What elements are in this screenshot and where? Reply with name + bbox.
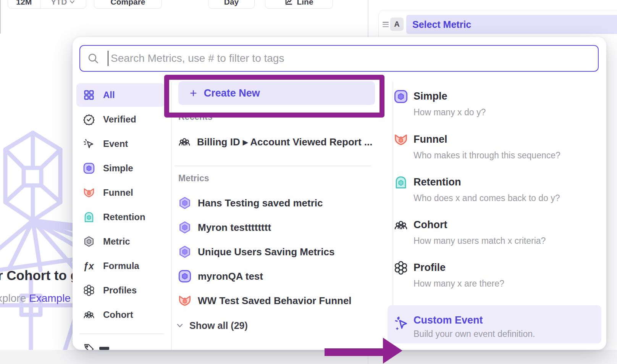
sidebar-item-label: Cohort bbox=[103, 309, 133, 320]
chevron-down-icon bbox=[176, 321, 184, 330]
type-desc: Who makes it through this sequence? bbox=[413, 150, 560, 161]
chevron-down-icon bbox=[69, 0, 75, 5]
sidebar-item-label: Retention bbox=[103, 212, 145, 222]
metric-item-label: myronQA test bbox=[198, 271, 263, 282]
type-desc: Build your own event definition. bbox=[413, 329, 535, 339]
sidebar-item-label: Verified bbox=[103, 114, 136, 125]
retention-metric-icon bbox=[83, 211, 95, 223]
profiles-flower-icon bbox=[394, 261, 408, 276]
recent-item-label: Billing ID ▸ Account Viewed Report ... bbox=[197, 136, 372, 148]
funnel-metric-icon bbox=[83, 187, 95, 198]
sidebar-item-label: All bbox=[103, 90, 115, 100]
metric-item-label: Unique Users Saving Metrics bbox=[198, 246, 334, 258]
recent-item-billing[interactable]: Billing ID ▸ Account Viewed Report ... bbox=[178, 134, 372, 150]
cohort-people-icon bbox=[83, 309, 95, 321]
drag-handle-icon[interactable] bbox=[383, 22, 389, 27]
sidebar-item-event[interactable]: Event bbox=[76, 132, 165, 156]
show-all-toggle[interactable]: Show all (29) bbox=[176, 319, 248, 332]
create-new-button[interactable]: + Create New bbox=[178, 81, 375, 105]
type-desc: Who does x and comes back to do y? bbox=[413, 193, 560, 203]
sidebar-item-verified[interactable]: Verified bbox=[76, 108, 165, 131]
type-title: Simple bbox=[413, 90, 447, 102]
type-desc: How many users match x criteria? bbox=[413, 236, 546, 246]
empty-state-subtext: xplore Example R bbox=[0, 292, 81, 304]
metric-list-item[interactable]: Unique Users Saving Metrics bbox=[178, 244, 334, 259]
row-letter-badge[interactable]: A bbox=[390, 18, 404, 31]
sidebar-item-all[interactable]: All bbox=[76, 83, 165, 107]
sidebar-divider bbox=[79, 333, 164, 334]
select-metric-pill[interactable]: Select Metric bbox=[406, 15, 617, 34]
below-modal-strip bbox=[0, 350, 617, 364]
sidebar-item-label: Metric bbox=[103, 236, 130, 247]
simple-metric-icon bbox=[83, 163, 95, 174]
sidebar-item-label: Event bbox=[103, 139, 128, 149]
event-cursor-icon bbox=[83, 138, 95, 150]
show-all-label: Show all (29) bbox=[189, 320, 248, 331]
type-title: Custom Event bbox=[413, 314, 483, 326]
sidebar-item-profiles[interactable]: Profiles bbox=[76, 279, 165, 302]
metrics-header: Metrics bbox=[178, 173, 209, 184]
metric-item-label: Myron testttttttt bbox=[198, 222, 271, 234]
day-button[interactable]: Day bbox=[208, 0, 255, 9]
sidebar-item-label: Formula bbox=[103, 261, 139, 271]
line-chart-type-button[interactable]: Line bbox=[265, 0, 333, 9]
type-title: Profile bbox=[413, 262, 446, 274]
metric-list-item[interactable]: myronQA test bbox=[178, 269, 263, 284]
saved-metric-hexagon-icon bbox=[178, 221, 191, 234]
column-divider-left bbox=[171, 82, 172, 350]
range-12m-label: 12M bbox=[16, 0, 32, 6]
sidebar-item-formula[interactable]: ƒx Formula bbox=[76, 254, 165, 278]
type-desc: How many x are there? bbox=[413, 279, 504, 289]
plus-icon: + bbox=[190, 88, 197, 98]
range-ytd-label: YTD bbox=[51, 0, 67, 6]
saved-metric-hexagon-icon bbox=[178, 245, 191, 258]
recents-divider bbox=[174, 166, 371, 166]
compare-label: Compare bbox=[110, 0, 145, 6]
line-chart-icon bbox=[284, 0, 293, 6]
verified-badge-icon bbox=[83, 114, 95, 125]
sidebar-item-metric[interactable]: Metric bbox=[76, 230, 165, 253]
sidebar-item-funnel[interactable]: Funnel bbox=[76, 181, 165, 205]
metric-item-label: Hans Testing saved metric bbox=[198, 197, 323, 209]
metric-picker-modal: All Verified Event bbox=[73, 37, 606, 350]
range-12m-button[interactable]: 12M bbox=[8, 0, 40, 8]
metric-list-item[interactable]: WW Test Saved Behavior Funnel bbox=[178, 293, 352, 308]
search-icon bbox=[87, 52, 99, 64]
sidebar-item-label: Profiles bbox=[103, 285, 137, 296]
text-cursor bbox=[108, 51, 108, 66]
search-bar[interactable] bbox=[79, 45, 599, 72]
page-left-edge bbox=[0, 0, 1, 34]
custom-event-cursor-icon bbox=[394, 316, 409, 333]
simple-metric-icon bbox=[394, 90, 408, 105]
compare-button[interactable]: Compare bbox=[94, 0, 162, 9]
grid-icon bbox=[83, 89, 95, 101]
type-entry-custom-event[interactable]: Custom Event Build your own event defini… bbox=[388, 305, 601, 343]
line-label: Line bbox=[297, 0, 313, 6]
sidebar-item-label: Funnel bbox=[103, 187, 133, 198]
create-new-label: Create New bbox=[204, 87, 260, 99]
sidebar-item-cohort[interactable]: Cohort bbox=[76, 303, 165, 327]
formula-icon: ƒx bbox=[83, 261, 95, 272]
profiles-flower-icon bbox=[83, 285, 95, 296]
app-screen: 12M YTD Compare Day Line r Cohort to ge … bbox=[0, 0, 617, 364]
sidebar-item-label: Simple bbox=[103, 163, 133, 174]
day-label: Day bbox=[224, 0, 239, 6]
metric-hexagon-icon bbox=[83, 236, 95, 247]
range-ytd-button[interactable]: YTD bbox=[40, 0, 86, 8]
sidebar-item-tags-partial[interactable] bbox=[83, 342, 167, 350]
simple-metric-icon bbox=[178, 270, 191, 283]
funnel-metric-icon bbox=[394, 133, 408, 148]
metric-list-item[interactable]: Myron testttttttt bbox=[178, 220, 271, 235]
metric-list-item[interactable]: Hans Testing saved metric bbox=[178, 195, 323, 211]
sidebar-item-retention[interactable]: Retention bbox=[76, 205, 165, 229]
type-title: Cohort bbox=[413, 219, 447, 231]
search-input[interactable] bbox=[110, 52, 570, 65]
cohort-people-icon bbox=[394, 218, 408, 234]
type-title: Funnel bbox=[413, 134, 447, 145]
type-desc: How many x do y? bbox=[413, 107, 486, 118]
sidebar-item-simple[interactable]: Simple bbox=[76, 156, 165, 180]
date-range-segmented-control: 12M YTD bbox=[8, 0, 86, 9]
cohort-people-icon bbox=[178, 136, 191, 148]
explore-prefix: xplore bbox=[0, 292, 29, 304]
saved-metric-hexagon-icon bbox=[178, 196, 191, 209]
